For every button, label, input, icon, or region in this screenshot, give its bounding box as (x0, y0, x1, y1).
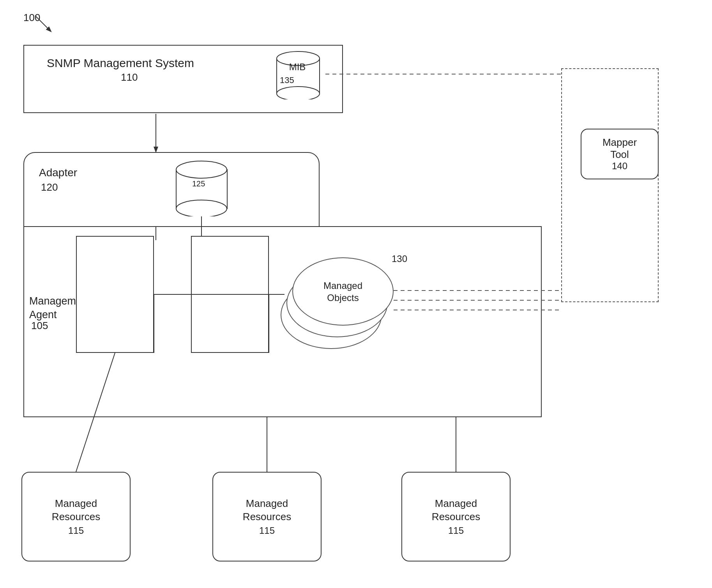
resources-box-3: Managed Resources 115 (401, 472, 511, 561)
mib-label: MIB (280, 62, 315, 73)
inner-box-right (191, 236, 269, 353)
resources-label-3: Managed Resources (432, 497, 480, 524)
svg-point-5 (176, 161, 227, 178)
mapper-num: 140 (612, 161, 627, 172)
svg-point-6 (176, 200, 227, 216)
resources-label-2: Managed Resources (243, 497, 291, 524)
inner-box-left (76, 236, 154, 353)
resources-num-3: 115 (448, 525, 464, 536)
svg-point-3 (277, 87, 320, 99)
resources-label-1: Managed Resources (52, 497, 100, 524)
resources-box-1: Managed Resources 115 (21, 472, 131, 561)
dashed-connection-box (561, 68, 659, 302)
diagram-id-arrow (31, 14, 55, 33)
mapper-box: Mapper Tool 140 (581, 129, 659, 179)
resources-box-2: Managed Resources 115 (212, 472, 322, 561)
resources-num-1: 115 (68, 525, 84, 536)
mib-cylinder (273, 47, 323, 99)
adapter-label: Adapter (39, 166, 77, 179)
resources-num-2: 115 (259, 525, 275, 536)
svg-line-0 (35, 16, 51, 31)
mgmt-agent-num: 105 (31, 320, 48, 332)
mapping-data-num: 125 (192, 179, 205, 188)
diagram: 100 SNMP Management System 110 MIB 135 M… (0, 0, 712, 588)
snmp-label: SNMP Management System (47, 57, 194, 70)
mo-num: 130 (392, 253, 407, 264)
mapper-label: Mapper Tool (602, 136, 637, 161)
mo-label: Managed Objects (308, 279, 378, 303)
snmp-num: 110 (121, 71, 138, 83)
mib-num: 135 (280, 75, 294, 85)
adapter-num: 120 (41, 181, 58, 193)
mo-ellipse-front: Managed Objects (292, 257, 394, 326)
